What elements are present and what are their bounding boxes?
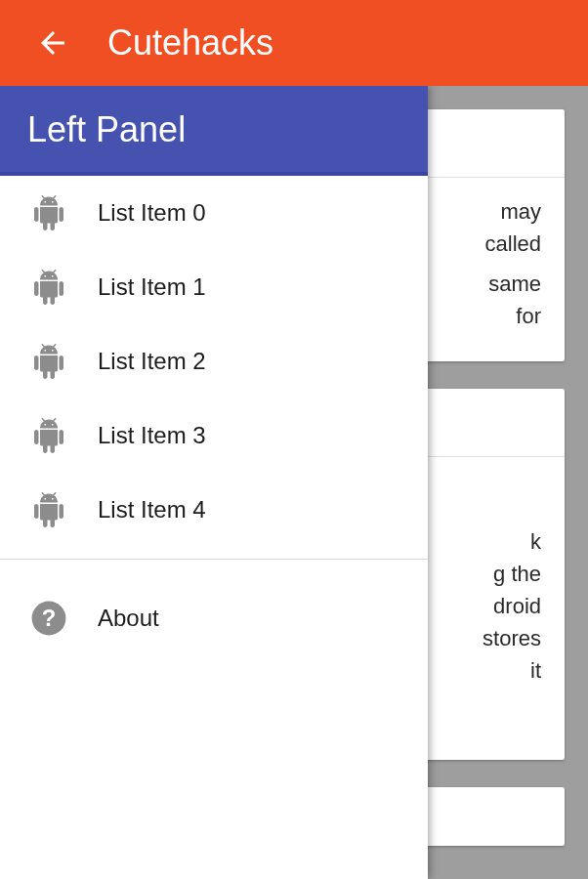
drawer-item-4[interactable]: List Item 4	[0, 473, 428, 547]
drawer-item-1[interactable]: List Item 1	[0, 250, 428, 324]
android-icon	[29, 416, 68, 455]
drawer-list: List Item 0 List Item 1 List Item 2 List…	[0, 176, 428, 655]
android-icon	[29, 342, 68, 381]
drawer-item-label: About	[98, 605, 159, 632]
drawer-item-about[interactable]: About	[0, 581, 428, 655]
drawer-item-label: List Item 0	[98, 199, 206, 227]
android-icon	[29, 490, 68, 529]
drawer-item-label: List Item 3	[98, 422, 206, 449]
app-title: Cutehacks	[107, 22, 273, 63]
arrow-back-icon	[35, 25, 70, 61]
back-button[interactable]	[29, 20, 76, 66]
divider	[0, 559, 428, 560]
drawer-item-label: List Item 1	[98, 273, 206, 301]
drawer-header: Left Panel	[0, 86, 428, 176]
android-icon	[29, 193, 68, 232]
drawer-item-0[interactable]: List Item 0	[0, 176, 428, 250]
help-icon	[29, 599, 68, 638]
navigation-drawer: Left Panel List Item 0 List Item 1 List …	[0, 86, 428, 879]
drawer-item-label: List Item 2	[98, 348, 206, 375]
drawer-item-2[interactable]: List Item 2	[0, 324, 428, 398]
drawer-item-3[interactable]: List Item 3	[0, 398, 428, 473]
android-icon	[29, 268, 68, 307]
app-bar: Cutehacks	[0, 0, 588, 86]
drawer-item-label: List Item 4	[98, 496, 206, 523]
